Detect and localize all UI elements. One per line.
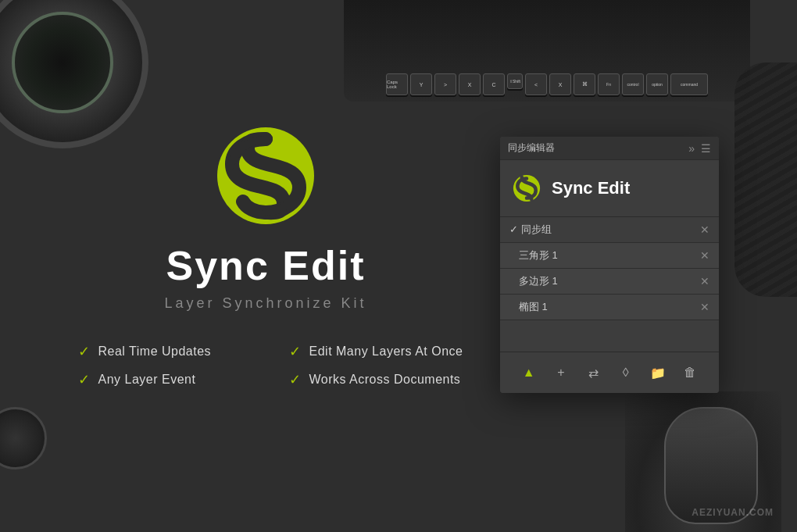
check-icon-4: ✓ [289,371,302,388]
feature-item-2: ✓ Edit Many Layers At Once [289,343,469,360]
keyboard-decoration: Caps Lock Y > X C ⇧Shift < X ⌘ Fn contro… [344,0,750,102]
move-up-button[interactable]: ▲ [518,362,540,384]
app-logo [215,125,316,227]
main-content: Sync Edit Layer Synchronize Kit ✓ Real T… [63,125,469,388]
layer-name-1: 三角形 1 [519,248,558,262]
panel-title: 同步编辑器 [508,141,555,155]
key: Y [410,73,432,95]
check-icon-2: ✓ [289,343,302,360]
check-icon-1: ✓ [78,343,91,360]
layer-item-2[interactable]: 多边形 1 ✕ [500,269,719,295]
panel-logo [513,174,541,202]
panel-titlebar: 同步编辑器 » ☰ [500,137,719,160]
layer-group-close-button[interactable]: ✕ [700,223,709,236]
panel-layers: ✓ 同步组 ✕ 三角形 1 ✕ 多边形 1 ✕ 椭图 1 ✕ [500,217,719,320]
layer-close-button-3[interactable]: ✕ [700,301,709,313]
feature-label-1: Real Time Updates [98,345,212,359]
sync-edit-panel: 同步编辑器 » ☰ Sync Edit ✓ 同步组 ✕ 三角形 1 ✕ 多边形 … [500,137,719,393]
watermark: AEZIYUAN.COM [692,507,774,518]
panel-app-name: Sync Edit [552,178,630,198]
app-title: Sync Edit [166,242,366,289]
layer-group-label: ✓ 同步组 [509,223,552,237]
key: ⇧Shift [507,73,523,89]
panel-menu-button[interactable]: ☰ [701,142,711,155]
feature-label-2: Edit Many Layers At Once [309,345,463,359]
lens-inner [12,12,113,113]
key: ⌘ [574,73,595,95]
key: X [459,73,481,95]
key: > [434,73,456,95]
key: option [646,73,668,95]
key: Fn [598,73,620,95]
logo-container: Sync Edit Layer Synchronize Kit [63,125,469,312]
shape-button[interactable]: ◊ [615,362,637,384]
layer-group-header[interactable]: ✓ 同步组 ✕ [500,217,719,243]
key: < [525,73,547,95]
layer-close-button-2[interactable]: ✕ [700,275,709,287]
layer-item-3[interactable]: 椭图 1 ✕ [500,295,719,320]
feature-label-3: Any Layer Event [98,373,196,387]
cable-decoration [734,62,797,297]
layer-item-1[interactable]: 三角形 1 ✕ [500,243,719,269]
key: Caps Lock [386,73,408,95]
key: X [549,73,571,95]
panel-header: Sync Edit [500,160,719,217]
app-subtitle: Layer Synchronize Kit [164,295,366,312]
features-list: ✓ Real Time Updates ✓ Edit Many Layers A… [63,343,469,388]
feature-item-1: ✓ Real Time Updates [78,343,258,360]
layer-name-3: 椭图 1 [519,300,548,314]
key: control [622,73,644,95]
key: C [483,73,505,95]
feature-item-4: ✓ Works Across Documents [289,371,469,388]
layer-close-button-1[interactable]: ✕ [700,249,709,262]
key: command [670,73,708,95]
delete-button[interactable]: 🗑 [679,362,701,384]
feature-item-3: ✓ Any Layer Event [78,371,258,388]
feature-label-4: Works Across Documents [309,373,461,387]
panel-expand-button[interactable]: » [688,142,695,155]
panel-controls: » ☰ [688,142,711,155]
layer-name-2: 多边形 1 [519,274,558,288]
sync-button[interactable]: ⇄ [582,362,604,384]
panel-toolbar: ▲ + ⇄ ◊ 📁 🗑 [500,352,719,393]
folder-button[interactable]: 📁 [647,362,669,384]
keyboard-keys: Caps Lock Y > X C ⇧Shift < X ⌘ Fn contro… [364,73,730,95]
add-button[interactable]: + [550,362,572,384]
check-icon-3: ✓ [78,371,91,388]
